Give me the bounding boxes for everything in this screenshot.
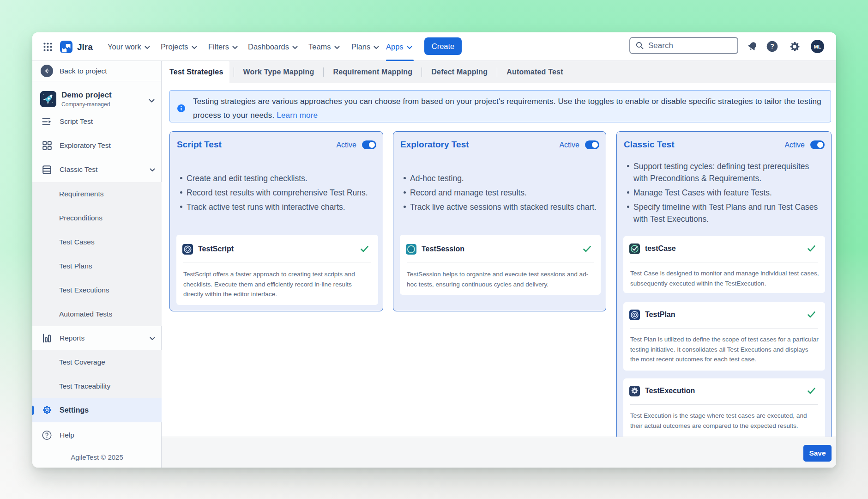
svg-text:?: ? [770,43,774,50]
svg-text:ML: ML [814,44,821,49]
